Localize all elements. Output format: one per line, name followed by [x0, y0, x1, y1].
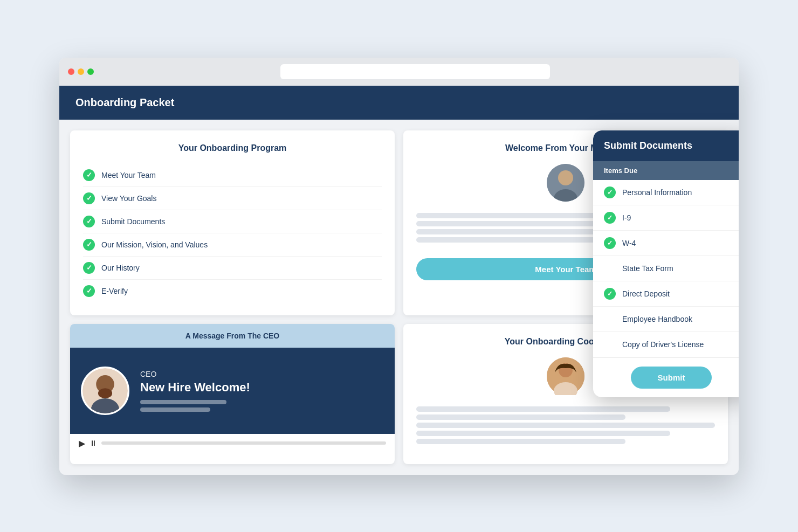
ceo-text-lines — [140, 400, 250, 412]
onboarding-program-card: Your Onboarding Program Meet Your Team V… — [70, 130, 395, 315]
submit-area: Submit — [593, 357, 739, 397]
item-label: I-9 — [622, 213, 631, 222]
check-icon — [604, 237, 616, 249]
check-icon — [83, 239, 95, 251]
text-line — [416, 431, 670, 436]
dot-yellow[interactable] — [78, 68, 84, 75]
list-item[interactable]: Employee Handbook — [593, 307, 739, 332]
check-icon — [604, 288, 616, 300]
text-line — [140, 407, 210, 412]
list-item[interactable]: Our Mission, Vision, and Values — [83, 233, 382, 257]
svg-point-6 — [98, 388, 112, 398]
text-line — [416, 406, 670, 412]
app-title: Onboarding Packet — [75, 96, 174, 108]
checklist-item-label: View Your Goals — [101, 194, 156, 203]
address-bar[interactable] — [280, 64, 550, 79]
onboarding-program-title: Your Onboarding Program — [83, 143, 382, 153]
item-label: W-4 — [622, 239, 636, 247]
checklist-item-label: Meet Your Team — [101, 171, 156, 179]
list-item[interactable]: Copy of Driver's License — [593, 332, 739, 357]
play-button[interactable]: ▶ — [79, 438, 85, 448]
submit-button[interactable]: Submit — [631, 367, 712, 389]
item-label: Employee Handbook — [622, 315, 692, 323]
list-item[interactable]: State Tax Form — [593, 256, 739, 281]
ceo-content: CEO New Hire Welcome! — [70, 348, 395, 434]
item-label: State Tax Form — [622, 264, 673, 273]
no-check-placeholder — [604, 338, 616, 350]
ceo-message-card: A Message From The CEO CEO New Hire Welc… — [70, 324, 395, 464]
browser-chrome — [59, 58, 739, 86]
manager-avatar — [547, 164, 584, 202]
video-controls: ▶ ⏸ — [70, 434, 395, 453]
app-header: Onboarding Packet — [59, 86, 739, 120]
item-label: Direct Deposit — [622, 289, 670, 298]
list-item[interactable]: W-4 — [593, 231, 739, 256]
list-item[interactable]: View Your Goals — [83, 187, 382, 210]
mobile-section-header: Items Due — [593, 161, 739, 180]
checklist-item-label: Our Mission, Vision, and Values — [101, 240, 208, 249]
check-icon — [83, 169, 95, 181]
text-line — [416, 439, 625, 444]
list-item[interactable]: Personal Information — [593, 180, 739, 205]
check-icon — [604, 186, 616, 198]
dot-green[interactable] — [87, 68, 94, 75]
no-check-placeholder — [604, 313, 616, 325]
ceo-message-title: New Hire Welcome! — [140, 381, 250, 395]
list-item[interactable]: Direct Deposit — [593, 281, 739, 307]
app-content: Your Onboarding Program Meet Your Team V… — [59, 120, 739, 475]
mobile-submit-card: Submit Documents Items Due Personal Info… — [593, 130, 739, 397]
text-line — [140, 400, 226, 404]
browser-window: Onboarding Packet Your Onboarding Progra… — [59, 58, 739, 475]
coordinator-avatar — [547, 357, 584, 395]
coordinator-text-lines — [416, 404, 715, 447]
list-item[interactable]: Our History — [83, 257, 382, 280]
ceo-header: A Message From The CEO — [70, 324, 395, 348]
item-label: Copy of Driver's License — [622, 340, 704, 349]
list-item[interactable]: Submit Documents — [83, 210, 382, 233]
checklist: Meet Your Team View Your Goals Submit Do… — [83, 164, 382, 302]
list-item[interactable]: Meet Your Team — [83, 164, 382, 187]
browser-dots — [68, 68, 94, 75]
check-icon — [83, 192, 95, 204]
item-label: Personal Information — [622, 188, 692, 197]
text-line — [416, 414, 625, 420]
dot-red[interactable] — [68, 68, 74, 75]
check-icon — [83, 285, 95, 297]
check-icon — [604, 212, 616, 224]
check-icon — [83, 216, 95, 227]
svg-point-1 — [558, 170, 573, 185]
ceo-subtitle: CEO — [140, 370, 250, 378]
check-icon — [83, 262, 95, 274]
ceo-avatar — [81, 367, 129, 415]
text-line — [416, 423, 715, 428]
no-check-placeholder — [604, 262, 616, 274]
list-item[interactable]: E-Verify — [83, 280, 382, 302]
progress-bar[interactable] — [101, 441, 386, 445]
checklist-item-label: Submit Documents — [101, 217, 165, 226]
pause-button[interactable]: ⏸ — [90, 439, 97, 447]
list-item[interactable]: I-9 — [593, 205, 739, 231]
checklist-item-label: E-Verify — [101, 287, 128, 295]
mobile-card-title: Submit Documents — [593, 130, 739, 161]
checklist-item-label: Our History — [101, 264, 140, 272]
ceo-text: CEO New Hire Welcome! — [140, 370, 250, 412]
